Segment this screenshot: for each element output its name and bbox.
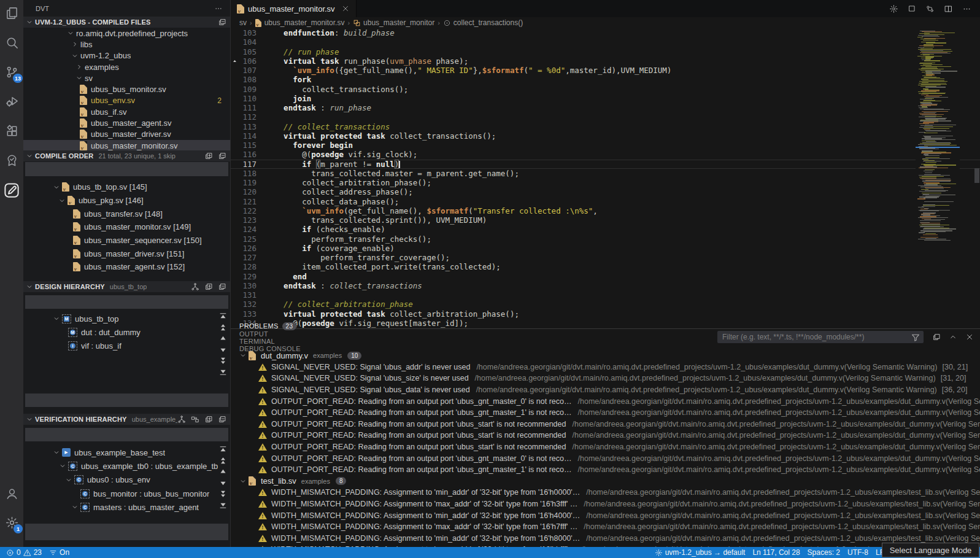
expand-all-icon[interactable] [204,415,213,424]
activity-item-gear[interactable]: 1 [3,514,20,531]
problem-item[interactable]: OUTPUT_PORT_READ: Reading from an output… [231,464,980,476]
problem-item[interactable]: SIGNAL_NEVER_USED: Signal 'ubus_data' is… [231,384,980,396]
code-line[interactable]: 125 perform_transfer_checks(); [231,234,980,244]
problem-item[interactable]: OUTPUT_PORT_READ: Reading from an output… [231,395,980,407]
tree-item[interactable]: ubus_master_agent.sv [23,117,230,128]
close-icon[interactable] [341,4,350,13]
tab-ubus-master-monitor[interactable]: ubus_master_monitor.sv [231,0,357,17]
code-line[interactable]: 103 endfunction: build_phase [231,28,980,37]
problem-item[interactable]: OUTPUT_PORT_READ: Reading from an output… [231,430,980,441]
section-verification-hierarchy-header[interactable]: VERIFICATION HIERARCHY ubus_example_base… [23,414,230,425]
gototop-button[interactable] [218,312,228,321]
breadcrumb-item[interactable]: sv [239,18,247,27]
code-line[interactable]: 104 [231,37,980,47]
code-line[interactable]: 111 endtask : run_phase [231,103,980,112]
editor-scrollbar[interactable] [974,168,979,183]
design-hierarchy-bottom-box[interactable] [25,393,228,407]
minimap[interactable] [916,28,960,328]
dblup-button[interactable] [218,456,228,465]
tree-item[interactable]: ubus_if.sv [23,106,230,117]
panel-tab-terminal[interactable]: TERMINAL [239,338,301,345]
verification-hierarchy-bottom-box[interactable] [25,524,228,540]
code-line[interactable]: 116 @(posedge vif.sig_clock); [231,150,980,159]
activity-item-search[interactable] [3,34,20,51]
problem-item[interactable]: SIGNAL_NEVER_USED: Signal 'ubus_addr' is… [231,362,980,373]
tree-item[interactable]: Cubus_example_tb0 : ubus_example_tb [23,459,230,473]
code-line[interactable]: 124 if (checks_enable) [231,225,980,234]
problems-filter-input[interactable] [717,331,924,343]
hierarchy-icon[interactable] [191,282,199,291]
code-line[interactable]: 105 // run phase [231,47,980,56]
open-editors-icon[interactable] [932,333,941,341]
tree-item[interactable]: ubus_env.sv2 [23,95,230,106]
tree-item[interactable]: ubus_master_monitor.sv [23,140,230,151]
problem-item[interactable]: OUTPUT_PORT_READ: Reading from an output… [231,407,980,419]
activity-item-extensions[interactable] [3,123,20,139]
tree-item[interactable]: ubus_master_driver.sv [23,129,230,140]
code-line[interactable]: 123 trans_collected.sprint()), UVM_MEDIU… [231,215,980,225]
code-editor[interactable]: 103 endfunction: build_phase104105 // ru… [231,28,980,328]
code-line[interactable]: 134 @(posedge vif.sig_request[master_id]… [231,319,980,328]
tree-item[interactable]: Mubus_tb_top [23,312,230,325]
code-line[interactable]: 132 // collect_arbitration_phase [231,300,980,309]
tree-item[interactable]: Cubus0 : ubus_env [23,473,230,487]
problem-file-group[interactable]: dut_dummy.vexamples10 [231,350,980,362]
tree-item[interactable]: Mdut : dut_dummy [23,325,230,339]
code-line[interactable]: 109 collect_transactions(); [231,85,980,94]
status-indentation[interactable]: Spaces: 2 [804,548,844,557]
tree-item[interactable]: sv [23,72,230,83]
split-editor-icon[interactable] [944,4,953,14]
tree-item[interactable]: ubus_master_sequencer.sv [150] [23,234,230,247]
tree-item[interactable]: ubus_transfer.sv [148] [23,207,230,220]
code-line[interactable]: 129 end [231,272,980,281]
up-button[interactable] [218,467,228,476]
problem-item[interactable]: OUTPUT_PORT_READ: Reading from an output… [231,441,980,453]
tree-item[interactable]: ubus_bus_monitor.sv [23,83,230,95]
tree-item[interactable]: Cbus_monitor : ubus_bus_monitor [23,487,230,500]
dblup-button[interactable] [218,323,228,332]
activity-item-debug[interactable] [3,93,20,110]
compare-changes-icon[interactable] [925,4,935,14]
status-problems-summary[interactable]: 023 [2,548,45,557]
code-line[interactable]: 112 [231,112,980,122]
collapse-all-icon[interactable] [218,152,226,160]
down-button[interactable] [218,478,228,487]
problem-item[interactable]: WIDTH_MISMATCH_PADDING: Assignment to 'm… [231,521,980,533]
activity-item-scm[interactable]: 13 [3,64,20,80]
problem-item[interactable]: WIDTH_MISMATCH_PADDING: Assignment to 'm… [231,498,980,510]
problem-item[interactable]: SIGNAL_NEVER_USED: Signal 'ubus_size' is… [231,373,980,384]
code-line[interactable]: 127 perform_transfer_coverage(); [231,253,980,262]
activity-item-testing[interactable] [3,152,20,169]
code-line[interactable]: 128 item_collected_port.write(trans_coll… [231,262,980,271]
tree-item[interactable]: ubus_master_agent.sv [152] [23,260,230,274]
tree-item[interactable]: ubus_tb_top.sv [145] [23,180,230,194]
gotobottom-button[interactable] [218,367,228,376]
code-line[interactable]: 130 endtask : collect_transactions [231,281,980,290]
tree-item[interactable]: ubus_master_monitor.sv [149] [23,220,230,234]
down-button[interactable] [218,345,228,354]
section-design-hierarchy-header[interactable]: DESIGN HIERARCHY ubus_tb_top [23,281,230,292]
breadcrumb-item[interactable]: ubus_master_monitor [353,18,434,27]
collapse-all-icon[interactable] [218,18,226,26]
code-line[interactable]: 133 virtual protected task collect_arbit… [231,309,980,319]
tree-item[interactable]: Ivif : ubus_if [23,339,230,352]
code-line[interactable]: 121 collect_data_phase(); [231,197,980,206]
code-line[interactable]: 110 join [231,94,980,103]
code-line[interactable]: 131 [231,290,980,300]
section-compiled-files-header[interactable]: UVM-1.2_UBUS - COMPILED FILES [23,17,230,28]
more-actions-icon[interactable] [962,4,971,14]
status-dvt-build-config[interactable]: uvm-1.2_ubus → default [651,548,749,557]
tree-item[interactable]: ▶ubus_example_base_test [23,446,230,459]
dbldown-button[interactable] [218,356,228,365]
code-line[interactable]: 120 collect_address_phase(); [231,187,980,196]
code-line[interactable]: 122 `uvm_info(get_full_name(), $sformatf… [231,206,980,215]
problem-item[interactable]: OUTPUT_PORT_READ: Reading from an output… [231,452,980,464]
problem-item[interactable]: WIDTH_MISMATCH_PADDING: Assignment to 'm… [231,533,980,544]
code-line[interactable]: 118 trans_collected.master = m_parent.ge… [231,169,980,178]
breadcrumb-item[interactable]: ubus_master_monitor.sv [255,18,345,27]
expand-all-icon[interactable] [204,282,213,291]
dbldown-button[interactable] [218,489,228,498]
gototop-button[interactable] [218,445,228,454]
square-icon[interactable] [908,4,916,13]
status-cursor-position[interactable]: Ln 117, Col 28 [749,548,803,557]
